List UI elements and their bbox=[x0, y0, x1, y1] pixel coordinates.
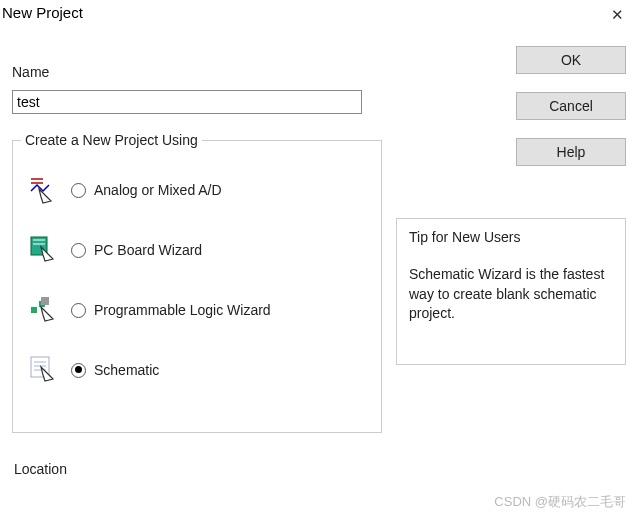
option-label-analog: Analog or Mixed A/D bbox=[94, 182, 222, 198]
logic-icon bbox=[21, 292, 71, 328]
option-label-logic: Programmable Logic Wizard bbox=[94, 302, 271, 318]
radio-schematic[interactable] bbox=[71, 363, 86, 378]
location-label: Location bbox=[14, 433, 628, 477]
svg-rect-7 bbox=[41, 297, 49, 305]
window-title: New Project bbox=[2, 4, 83, 21]
tip-title: Tip for New Users bbox=[409, 229, 613, 245]
tip-text: Schematic Wizard is the fastest way to c… bbox=[409, 265, 613, 324]
radio-logic[interactable] bbox=[71, 303, 86, 318]
ok-button[interactable]: OK bbox=[516, 46, 626, 74]
title-bar: New Project ✕ bbox=[0, 0, 640, 34]
create-using-group: Create a New Project Using Analog or Mix… bbox=[12, 132, 382, 433]
option-label-schematic: Schematic bbox=[94, 362, 159, 378]
option-schematic[interactable]: Schematic bbox=[21, 352, 373, 388]
name-label: Name bbox=[12, 64, 382, 80]
watermark-text: CSDN @硬码农二毛哥 bbox=[494, 493, 626, 511]
close-icon[interactable]: ✕ bbox=[603, 4, 632, 26]
right-column: OK Cancel Help Tip for New Users Schemat… bbox=[396, 34, 626, 365]
pcboard-icon bbox=[21, 232, 71, 268]
radio-pcboard[interactable] bbox=[71, 243, 86, 258]
option-analog[interactable]: Analog or Mixed A/D bbox=[21, 172, 373, 208]
create-using-legend: Create a New Project Using bbox=[21, 132, 202, 148]
schematic-icon bbox=[21, 352, 71, 388]
cancel-button[interactable]: Cancel bbox=[516, 92, 626, 120]
option-logic[interactable]: Programmable Logic Wizard bbox=[21, 292, 373, 328]
name-input[interactable] bbox=[12, 90, 362, 114]
svg-rect-5 bbox=[31, 307, 37, 313]
option-pcboard[interactable]: PC Board Wizard bbox=[21, 232, 373, 268]
analog-icon bbox=[21, 172, 71, 208]
help-button[interactable]: Help bbox=[516, 138, 626, 166]
left-column: Name Create a New Project Using Analog o… bbox=[12, 34, 382, 433]
option-label-pcboard: PC Board Wizard bbox=[94, 242, 202, 258]
tip-panel: Tip for New Users Schematic Wizard is th… bbox=[396, 218, 626, 365]
dialog-content: Name Create a New Project Using Analog o… bbox=[0, 34, 640, 477]
radio-analog[interactable] bbox=[71, 183, 86, 198]
